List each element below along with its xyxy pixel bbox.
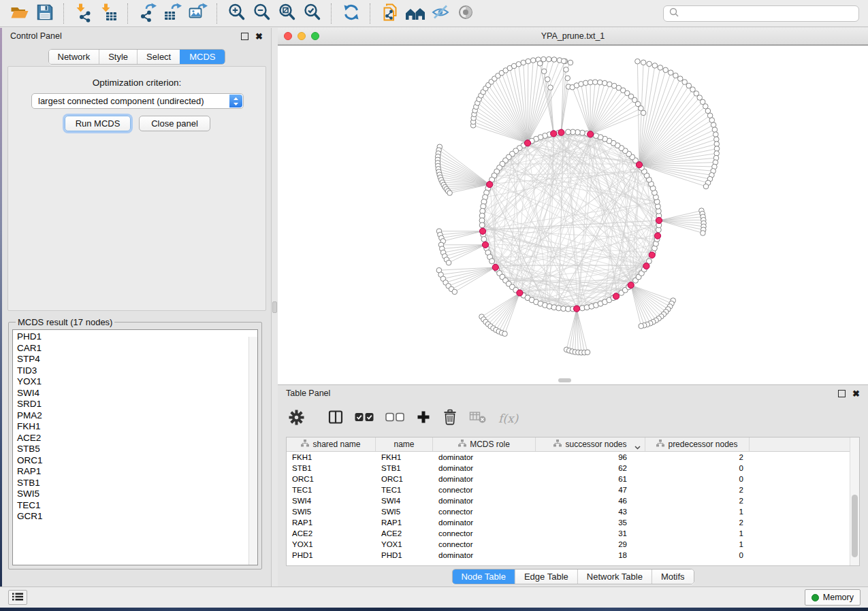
float-panel-icon[interactable] [241, 33, 248, 40]
add-column-button[interactable] [416, 405, 431, 432]
cybrowser-home-button[interactable] [402, 2, 428, 25]
list-item[interactable]: TID3 [17, 365, 257, 377]
apply-layout-button[interactable] [338, 2, 364, 25]
optimization-criterion-select[interactable]: largest connected component (undirected) [31, 93, 244, 109]
table-row[interactable]: FKH1FKH1dominator962 [287, 452, 850, 463]
table-row[interactable]: TEC1TEC1connector472 [287, 484, 850, 495]
export-image-button[interactable] [185, 2, 210, 25]
network-column-icon [301, 440, 309, 449]
list-item[interactable]: TEC1 [17, 500, 257, 512]
save-session-icon [35, 3, 54, 24]
run-mcds-button[interactable]: Run MCDS [65, 116, 131, 131]
memory-button[interactable]: Memory [805, 589, 861, 606]
tab-motifs[interactable]: Motifs [652, 569, 694, 584]
close-panel-button[interactable]: Close panel [139, 116, 210, 131]
list-item[interactable]: SWI5 [17, 489, 257, 500]
settings-gear-button[interactable] [289, 405, 304, 432]
save-session-button[interactable] [32, 2, 57, 25]
import-table-icon [99, 2, 119, 25]
select-stepper-icon [229, 95, 242, 108]
delete-column-button[interactable] [443, 405, 457, 432]
table-scrollbar-thumb[interactable] [852, 495, 858, 557]
show-columns-button[interactable] [328, 405, 343, 432]
tab-node-table[interactable]: Node Table [452, 569, 515, 584]
canvas-hscroll-thumb[interactable] [558, 378, 571, 382]
panel-splitter[interactable] [272, 28, 278, 587]
zoom-in-button[interactable] [224, 2, 249, 25]
open-session-button[interactable] [7, 2, 32, 25]
import-network-button[interactable] [71, 2, 96, 25]
table-row[interactable]: SWI5SWI5connector431 [287, 506, 850, 517]
list-item[interactable]: ORC1 [17, 455, 257, 467]
settings-gear-icon [289, 410, 304, 428]
export-table-button[interactable] [160, 2, 185, 25]
zoom-selected-button[interactable] [300, 2, 325, 25]
list-item[interactable]: RAP1 [17, 466, 257, 478]
list-item[interactable]: STB5 [17, 444, 257, 455]
list-item[interactable]: PMA2 [17, 410, 257, 422]
node-table: shared namenameMCDS rolesuccessor nodesp… [286, 437, 860, 566]
table-row[interactable]: YOX1YOX1connector291 [287, 539, 850, 550]
column-label: predecessor nodes [668, 440, 737, 449]
tab-edge-table[interactable]: Edge Table [515, 569, 577, 584]
task-history-button[interactable] [8, 590, 27, 605]
float-panel-icon[interactable] [838, 390, 846, 397]
window-minimize-button[interactable] [298, 32, 306, 40]
table-row[interactable]: PHD1PHD1dominator180 [287, 550, 850, 561]
export-table-icon [163, 2, 183, 25]
control-panel-titlebar: Control Panel ✖ [2, 28, 271, 44]
list-item[interactable]: STB1 [17, 478, 257, 489]
network-canvas[interactable] [278, 45, 868, 384]
list-item[interactable]: ACE2 [17, 433, 257, 444]
search-box[interactable] [663, 5, 859, 22]
table-row[interactable]: ACE2ACE2connector311 [287, 528, 850, 539]
table-row[interactable]: ORC1ORC1dominator610 [287, 474, 850, 484]
list-item[interactable]: GCR1 [17, 511, 257, 523]
search-input[interactable] [682, 8, 858, 19]
deselect-all-button[interactable] [385, 405, 404, 432]
column-header-predecessor-nodes[interactable]: predecessor nodes [645, 437, 750, 451]
list-item[interactable]: SRD1 [17, 399, 257, 410]
apply-layout-icon [342, 3, 361, 24]
zoom-fit-button[interactable] [274, 2, 300, 25]
deselect-all-icon [385, 412, 404, 425]
function-builder-icon: f(x) [498, 412, 518, 425]
result-list-scrollbar[interactable] [248, 337, 257, 565]
splitter-handle[interactable] [272, 301, 277, 313]
list-item[interactable]: FKH1 [17, 421, 257, 433]
table-row[interactable]: STB1STB1dominator620 [287, 463, 850, 474]
zoom-out-button[interactable] [249, 2, 274, 25]
select-all-button[interactable] [355, 405, 374, 432]
close-panel-icon[interactable]: ✖ [852, 389, 860, 398]
control-panel: Control Panel ✖ NetworkStyleSelectMCDS O… [2, 28, 272, 587]
table-row[interactable]: RAP1RAP1dominator352 [287, 517, 850, 528]
tab-select[interactable]: Select [137, 50, 180, 64]
column-header-shared-name[interactable]: shared name [287, 437, 376, 451]
close-panel-icon[interactable]: ✖ [255, 32, 263, 41]
list-item[interactable]: CAR1 [17, 343, 257, 354]
window-close-button[interactable] [284, 32, 292, 40]
export-network-button[interactable] [135, 2, 160, 25]
tab-mcds[interactable]: MCDS [180, 50, 224, 64]
list-item[interactable]: STP4 [17, 354, 257, 365]
column-header-name[interactable]: name [376, 437, 433, 451]
list-item[interactable]: PHD1 [17, 331, 257, 343]
table-panel: Table Panel ✖ f(x) shared namenameMCDS r… [278, 384, 868, 587]
table-scrollbar[interactable] [850, 437, 859, 565]
tab-network[interactable]: Network [48, 50, 99, 64]
table-row[interactable]: SWI4SWI4dominator462 [287, 495, 850, 506]
share-network-button[interactable] [377, 2, 402, 25]
window-maximize-button[interactable] [311, 32, 319, 40]
list-item[interactable]: SWI4 [17, 388, 257, 399]
list-item[interactable]: YOX1 [17, 376, 257, 388]
cybrowser-home-icon [404, 3, 427, 24]
tab-style[interactable]: Style [99, 50, 137, 64]
column-header-MCDS-role[interactable]: MCDS role [433, 437, 536, 451]
mcds-result-list[interactable]: PHD1CAR1STP4TID3YOX1SWI4SRD1PMA2FKH1ACE2… [12, 329, 258, 565]
network-graph[interactable] [278, 46, 868, 385]
birdseye-view-button[interactable] [453, 2, 478, 25]
column-header-successor-nodes[interactable]: successor nodes [536, 437, 645, 451]
graphics-details-button[interactable] [428, 2, 453, 25]
import-table-button[interactable] [96, 2, 121, 25]
tab-network-table[interactable]: Network Table [577, 569, 652, 584]
